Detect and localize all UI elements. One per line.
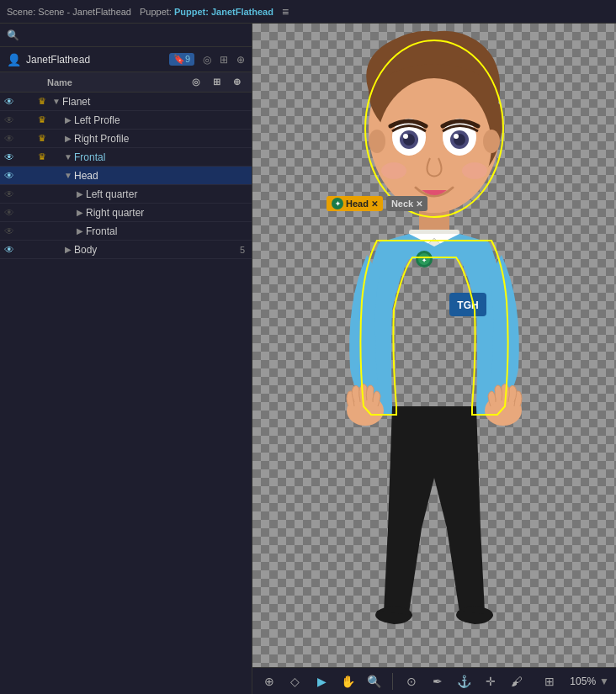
layer-item-left-quarter[interactable]: 👁 ▶ Left quarter (0, 185, 252, 204)
brush-tool[interactable]: 🖌 (507, 671, 527, 691)
toggle-body[interactable]: ▶ (62, 245, 74, 254)
head-tag[interactable]: ✦ Head ✕ (327, 196, 383, 211)
main-content: 🔍 👤 JanetFlathead 🔖9 ◎ ⊞ ⊕ Name ◎ ⊞ ⊕ (0, 24, 616, 694)
svg-point-12 (403, 134, 408, 139)
pen-tool[interactable]: ✒ (428, 671, 448, 691)
crown-frontal: ♛ (34, 151, 50, 162)
canvas-content: TGH ✦ (252, 24, 616, 667)
svg-point-15 (454, 134, 459, 139)
header-icon1: ◎ (188, 77, 204, 87)
zoom-dropdown-icon[interactable]: ▼ (599, 675, 609, 687)
target-tool[interactable]: ⊙ (401, 671, 421, 691)
user-badge: 🔖9 (169, 53, 194, 66)
eye-icon-left-profile[interactable]: 👁 (0, 114, 19, 126)
toggle-left-profile[interactable]: ▶ (62, 115, 74, 124)
toggle-head[interactable]: ▼ (62, 171, 74, 180)
layer-item-frontal[interactable]: 👁 ♛ ▼ Frontal (0, 148, 252, 167)
magnify-tool[interactable]: 🔍 (364, 671, 384, 691)
layer-name-right-profile: Right Profile (74, 133, 245, 145)
head-tag-label: Head (346, 199, 369, 209)
layer-name-body: Body (74, 244, 236, 256)
header-icon3: ⊕ (228, 77, 245, 87)
neck-tag[interactable]: Neck ✕ (386, 196, 427, 211)
toggle-frontal[interactable]: ▼ (62, 152, 74, 162)
search-icon: 🔍 (7, 29, 19, 41)
neck-tag-close[interactable]: ✕ (416, 199, 422, 209)
layer-name-flanet: Flanet (62, 96, 245, 108)
eye-icon-frontal[interactable]: 👁 (0, 151, 19, 163)
eye-icon-flanet[interactable]: 👁 (0, 96, 19, 108)
character-svg: TGH ✦ (325, 24, 544, 629)
toggle-right-quarter[interactable]: ▶ (74, 208, 86, 217)
transform-tool[interactable]: ⊕ (259, 671, 279, 691)
search-input[interactable] (23, 29, 245, 41)
head-tag-close[interactable]: ✕ (371, 199, 378, 209)
layer-item-right-profile[interactable]: 👁 ♛ ▶ Right Profile (0, 130, 252, 148)
eye-icon-frontal2[interactable]: 👁 (0, 225, 19, 237)
toggle-right-profile[interactable]: ▶ (62, 134, 74, 143)
neck-tag-label: Neck (391, 199, 413, 209)
head-tag-icon: ✦ (332, 198, 343, 209)
layer-item-body[interactable]: 👁 ▶ Body 5 (0, 241, 252, 259)
layer-name-right-quarter: Right quarter (86, 207, 245, 219)
layer-item-left-profile[interactable]: 👁 ♛ ▶ Left Profle (0, 111, 252, 130)
tag-container: ✦ Head ✕ Neck ✕ (327, 196, 427, 211)
add-icon[interactable]: ⊕ (236, 54, 245, 66)
svg-point-17 (462, 162, 487, 179)
header-name: Name (47, 77, 184, 87)
menu-icon[interactable]: ≡ (282, 5, 289, 19)
toggle-frontal2[interactable]: ▶ (74, 226, 86, 236)
crown-right-profile: ♛ (34, 133, 50, 144)
zoom-section: 105% ▼ (566, 675, 609, 687)
puppet-title: Puppet: Puppet: JanetFlathead (140, 7, 273, 17)
eye-icon-right-quarter[interactable]: 👁 (0, 207, 19, 219)
grid-icon[interactable]: ⊞ (220, 54, 228, 66)
grid-tool[interactable]: ⊞ (540, 671, 560, 691)
arrow-tool[interactable]: ▶ (312, 671, 332, 691)
toggle-left-quarter[interactable]: ▶ (74, 189, 86, 199)
layers-list: 👁 ♛ ▼ Flanet 👁 ♛ ▶ Left Profle 👁 ♛ (0, 93, 252, 694)
hand-tool[interactable]: ✋ (338, 671, 358, 691)
eye-icon-right-profile[interactable]: 👁 (0, 133, 19, 145)
anchor-tool[interactable]: ⚓ (454, 671, 474, 691)
crown-flanet: ♛ (34, 96, 50, 107)
layer-header: Name ◎ ⊞ ⊕ (0, 72, 252, 93)
layer-item-right-quarter[interactable]: 👁 ▶ Right quarter (0, 204, 252, 222)
layer-item-head[interactable]: 👁 ▼ Head (0, 167, 252, 185)
eye-icon-head[interactable]: 👁 (0, 170, 19, 182)
layer-name-frontal: Frontal (74, 151, 245, 163)
layer-item-flanet[interactable]: 👁 ♛ ▼ Flanet (0, 93, 252, 111)
user-icon: 👤 (7, 53, 21, 66)
layer-name-frontal2: Frontal (86, 225, 245, 237)
crown-left-profile: ♛ (34, 114, 50, 125)
svg-point-4 (369, 130, 385, 153)
layer-name-head: Head (74, 170, 245, 182)
search-bar: 🔍 (0, 24, 252, 47)
camera-icon[interactable]: ◎ (203, 54, 211, 66)
svg-point-5 (483, 130, 500, 153)
eye-icon-left-quarter[interactable]: 👁 (0, 188, 19, 200)
eye-icon-body[interactable]: 👁 (0, 244, 19, 256)
layer-name-left-quarter: Left quarter (86, 188, 245, 200)
canvas-area[interactable]: TGH ✦ (252, 24, 616, 694)
toolbar-sep1 (392, 673, 393, 690)
zoom-value: 105% (566, 675, 596, 687)
user-row: 👤 JanetFlathead 🔖9 ◎ ⊞ ⊕ (0, 47, 252, 72)
svg-text:✦: ✦ (422, 257, 427, 263)
layer-item-frontal2[interactable]: 👁 ▶ Frontal (0, 222, 252, 241)
username: JanetFlathead (26, 54, 164, 66)
svg-point-16 (381, 162, 406, 179)
left-panel: 🔍 👤 JanetFlathead 🔖9 ◎ ⊞ ⊕ Name ◎ ⊞ ⊕ (0, 24, 252, 694)
title-bar: Scene: Scene - JanetFlathead Puppet: Pup… (0, 0, 616, 24)
move-tool[interactable]: ✛ (481, 671, 500, 691)
diamond-tool[interactable]: ◇ (285, 671, 305, 691)
body-count: 5 (240, 245, 245, 255)
layer-name-left-profile: Left Profle (74, 114, 245, 126)
header-icon2: ⊞ (208, 77, 225, 87)
bottom-toolbar: ⊕ ◇ ▶ ✋ 🔍 ⊙ ✒ ⚓ ✛ 🖌 ⊞ 105% ▼ (252, 667, 616, 694)
scene-title: Scene: Scene - JanetFlathead (7, 7, 131, 17)
toggle-flanet[interactable]: ▼ (50, 97, 62, 106)
